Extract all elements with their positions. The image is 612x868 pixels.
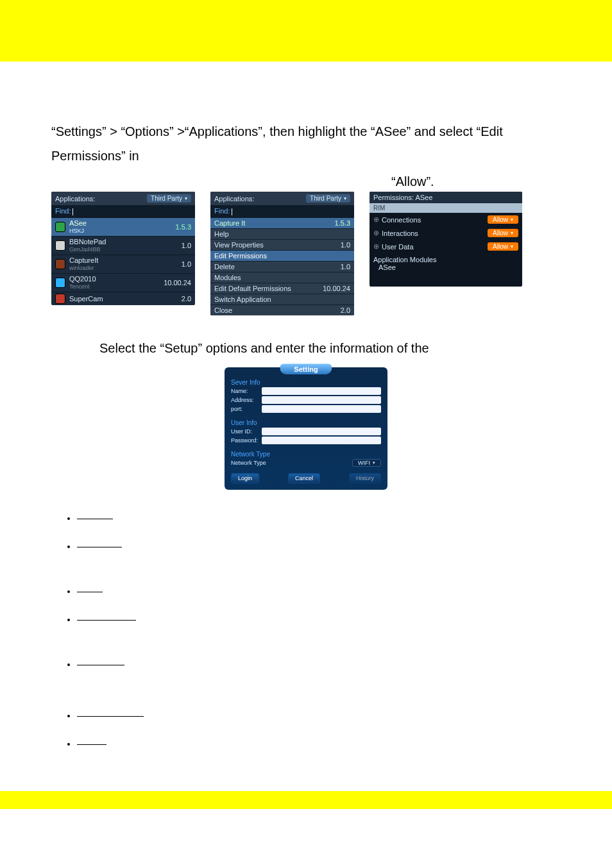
bullet-item [77,739,561,749]
text-input[interactable] [262,428,381,435]
bullet-item [77,513,561,523]
text-input[interactable] [262,405,381,413]
history-button[interactable]: History [349,473,381,483]
permission-label: User Data [382,243,414,251]
underline-placeholder [77,518,113,519]
menu-item[interactable]: Help [210,228,354,239]
instruction-paragraph: “Settings” > “Options” >“Applications”, … [51,119,561,168]
menu-item[interactable]: Edit Permissions [210,250,354,261]
field-label: User ID: [231,428,262,435]
menu-item-version: 1.0 [341,263,350,271]
menu-item[interactable]: Capture It1.5.3 [210,217,354,228]
network-type-label: Network Type [231,460,277,466]
bullet-item [77,659,561,669]
menu-item-version: 10.00.24 [323,285,350,292]
expand-icon[interactable]: ⊕ [373,229,379,237]
app-name: QQ2010 [69,275,96,283]
permissions-screenshot: Permissions: ASee RIM ⊕ConnectionsAllow⊕… [370,192,522,287]
network-type-dropdown[interactable]: WIFI [352,459,381,467]
form-field: port: [231,405,381,413]
menu-item-label: Help [214,230,229,238]
text-input[interactable] [262,387,381,395]
form-field: User ID: [231,428,381,435]
list-item[interactable]: BBNotePadGenJad4BB1.0 [51,236,195,255]
form-field: Password: [231,437,381,444]
menu-item-version: 1.0 [341,241,350,249]
app-vendor: Tencent [69,283,96,290]
panel-title: Applications: [55,195,95,203]
menu-item-label: Edit Default Permissions [214,285,291,292]
app-name: ASee [69,219,87,227]
allow-dropdown[interactable]: Allow [488,215,518,224]
third-party-filter[interactable]: Third Party [306,194,350,203]
menu-item-label: Edit Permissions [214,252,267,260]
network-type-section: Network Type [231,451,381,458]
allow-label: “Allow”. [51,174,561,189]
find-field[interactable]: Find: [51,205,195,217]
underline-placeholder [77,715,144,717]
menu-item[interactable]: Delete1.0 [210,261,354,272]
underline-placeholder [77,664,124,665]
cancel-button[interactable]: Cancel [288,473,320,483]
app-version: 1.0 [182,260,191,268]
rim-label: RIM [370,203,522,213]
menu-item[interactable]: Close2.0 [210,305,354,315]
permission-label: Interactions [382,230,418,237]
list-item[interactable]: CaptureItwinloader1.0 [51,255,195,273]
expand-icon[interactable]: ⊕ [373,242,379,251]
app-name: CaptureIt [69,256,98,264]
app-vendor: HSKJ [69,227,87,235]
underline-placeholder [77,744,106,745]
app-icon [55,259,65,269]
allow-dropdown[interactable]: Allow [488,242,518,251]
app-version: 2.0 [182,295,191,303]
menu-item[interactable]: Edit Default Permissions10.00.24 [210,283,354,294]
menu-item-label: Capture It [214,219,245,227]
permission-label: Connections [382,216,421,224]
find-field[interactable]: Find: [210,205,354,217]
menu-item-label: View Properties [214,241,264,249]
setting-tab: Setting [280,363,332,374]
panel-title: Applications: [214,195,254,203]
app-icon [55,240,65,251]
list-item[interactable]: ASeeHSKJ1.5.3 [51,217,195,236]
menu-item[interactable]: Modules [210,272,354,283]
app-icon [55,294,65,304]
app-icon [55,278,65,288]
screenshots-row: Applications: Third Party Find: ASeeHSKJ… [51,192,561,315]
menu-item-version: 1.5.3 [335,219,350,227]
underline-placeholder [77,591,103,592]
setting-dialog-screenshot: Setting Sever Info Name:Address:port: Us… [225,367,387,490]
list-item[interactable]: SuperCam2.0 [51,292,195,305]
allow-dropdown[interactable]: Allow [488,229,518,237]
menu-item-label: Close [214,306,232,314]
menu-item[interactable]: Switch Application [210,294,354,305]
field-label: Password: [231,437,262,444]
app-version: 1.5.3 [176,223,191,231]
bullet-item [77,614,561,624]
server-info-section: Sever Info [231,379,381,386]
permission-row: ⊕User DataAllow [370,240,522,253]
app-name: BBNotePad [69,238,106,246]
app-vendor: winloader [69,264,98,272]
text-input[interactable] [262,396,381,404]
form-field: Name: [231,387,381,395]
app-version: 10.00.24 [164,279,191,287]
app-icon [55,222,65,232]
underline-placeholder [77,619,136,621]
expand-icon[interactable]: ⊕ [373,215,379,224]
application-modules-value: ASee [373,263,518,271]
applications-list-screenshot: Applications: Third Party Find: ASeeHSKJ… [51,192,195,305]
user-info-section: User Info [231,419,381,426]
form-field: Address: [231,396,381,404]
login-button[interactable]: Login [231,473,259,483]
application-modules-label: Application Modules [373,256,518,263]
menu-item-label: Delete [214,263,235,271]
third-party-filter[interactable]: Third Party [147,194,191,203]
bullet-item [77,541,561,551]
text-input[interactable] [262,437,381,444]
menu-item-label: Modules [214,274,241,281]
list-item[interactable]: QQ2010Tencent10.00.24 [51,273,195,292]
menu-item[interactable]: View Properties1.0 [210,239,354,250]
applications-context-menu-screenshot: Applications: Third Party Find: Capture … [210,192,354,315]
